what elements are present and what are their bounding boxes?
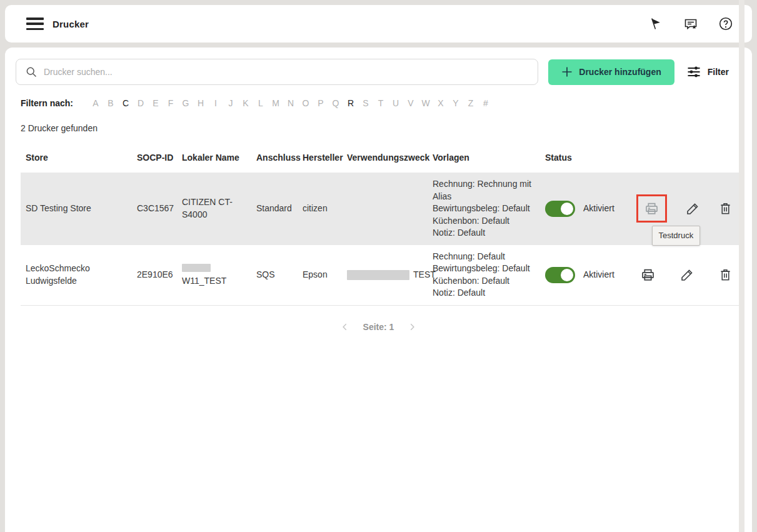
status-toggle[interactable] bbox=[545, 267, 575, 283]
cell-vorlagen: Rechnung: Default Bewirtungsbeleg: Defau… bbox=[428, 245, 538, 305]
letter-filter-j[interactable]: J bbox=[223, 98, 238, 108]
pencil-icon bbox=[679, 268, 694, 283]
trash-icon bbox=[718, 268, 733, 282]
cell-store: LeckoSchmecko Ludwigsfelde bbox=[21, 263, 108, 287]
highlight-box: Testdruck bbox=[636, 194, 667, 223]
edit-button[interactable] bbox=[685, 201, 700, 216]
table-row: LeckoSchmecko Ludwigsfelde 2E910E6 W11_T… bbox=[21, 245, 743, 306]
page-indicator: Seite: 1 bbox=[363, 322, 394, 332]
column-header-verwendungszweck: Verwendungszweck bbox=[342, 153, 428, 163]
cell-status: Aktiviert bbox=[540, 201, 631, 217]
letter-filter-k[interactable]: K bbox=[238, 98, 253, 108]
trash-icon bbox=[718, 201, 733, 216]
cell-actions: Testdruck bbox=[631, 194, 743, 223]
cell-actions bbox=[631, 267, 743, 283]
cell-anschluss: SQS bbox=[251, 269, 298, 281]
result-count: 2 Drucker gefunden bbox=[5, 123, 752, 133]
letter-filter-label: Filtern nach: bbox=[21, 98, 73, 108]
letter-filter-r[interactable]: R bbox=[343, 98, 358, 108]
letter-filter-f[interactable]: F bbox=[163, 98, 178, 108]
toggle-knob bbox=[561, 203, 573, 215]
cell-hersteller: citizen bbox=[298, 203, 342, 215]
redacted-value bbox=[347, 270, 409, 280]
cell-socp-id: 2E910E6 bbox=[132, 269, 177, 281]
letter-filter-v[interactable]: V bbox=[403, 98, 418, 108]
letter-filter-x[interactable]: X bbox=[433, 98, 448, 108]
letter-filter-t[interactable]: T bbox=[373, 98, 388, 108]
cell-status: Aktiviert bbox=[540, 267, 631, 283]
letter-filter-hash[interactable]: # bbox=[478, 98, 493, 108]
scrollbar-track[interactable] bbox=[739, 0, 744, 532]
letter-filter-h[interactable]: H bbox=[193, 98, 208, 108]
letter-filter-o[interactable]: O bbox=[298, 98, 313, 108]
letter-filter-l[interactable]: L bbox=[253, 98, 268, 108]
vorlagen-line: Küchenbon: Default bbox=[433, 215, 538, 228]
feedback-icon[interactable] bbox=[683, 16, 698, 31]
letter-filter-c[interactable]: C bbox=[118, 98, 133, 108]
column-header-lokaler-name: Lokaler Name bbox=[177, 153, 251, 163]
lokaler-name-text: W11_TEST bbox=[182, 275, 251, 288]
filter-sliders-icon bbox=[686, 64, 701, 79]
search-icon bbox=[25, 66, 38, 78]
flag-icon[interactable] bbox=[648, 16, 663, 31]
letter-filter-u[interactable]: U bbox=[388, 98, 403, 108]
vorlagen-line: Bewirtungsbeleg: Default bbox=[433, 263, 538, 275]
letter-filter-e[interactable]: E bbox=[148, 98, 163, 108]
hamburger-menu-icon[interactable] bbox=[26, 18, 44, 30]
letter-filter-q[interactable]: Q bbox=[328, 98, 343, 108]
help-icon[interactable] bbox=[718, 16, 733, 31]
tooltip: Testdruck bbox=[652, 226, 701, 246]
letter-filter-list: ABCDEFGHIJKLMNOPQRSTUVWXYZ# bbox=[88, 98, 493, 108]
vorlagen-line: Notiz: Default bbox=[433, 227, 538, 239]
letter-filter-b[interactable]: B bbox=[103, 98, 118, 108]
letter-filter-a[interactable]: A bbox=[88, 98, 103, 108]
letter-filter-p[interactable]: P bbox=[313, 98, 328, 108]
vorlagen-line: Küchenbon: Default bbox=[433, 275, 538, 288]
letter-filter-row: Filtern nach: ABCDEFGHIJKLMNOPQRSTUVWXYZ… bbox=[5, 98, 752, 108]
redacted-value bbox=[182, 264, 211, 272]
letter-filter-i[interactable]: I bbox=[208, 98, 223, 108]
letter-filter-n[interactable]: N bbox=[283, 98, 298, 108]
delete-button[interactable] bbox=[718, 268, 733, 282]
page-title: Drucker bbox=[53, 19, 89, 29]
column-header-store: Store bbox=[21, 153, 132, 163]
printers-panel: Drucker hinzufügen Filter Filtern nach: … bbox=[5, 48, 752, 532]
pencil-icon bbox=[685, 201, 700, 216]
status-label: Aktiviert bbox=[583, 269, 614, 281]
letter-filter-w[interactable]: W bbox=[418, 98, 433, 108]
chevron-left-icon bbox=[341, 323, 349, 331]
filter-button[interactable]: Filter bbox=[686, 64, 729, 79]
letter-filter-g[interactable]: G bbox=[178, 98, 193, 108]
status-toggle[interactable] bbox=[545, 201, 575, 217]
pagination: Seite: 1 bbox=[5, 322, 752, 332]
column-header-socp-id: SOCP-ID bbox=[132, 153, 177, 163]
vorlagen-line: Rechnung: Rechnung mit Alias bbox=[433, 178, 538, 203]
letter-filter-s[interactable]: S bbox=[358, 98, 373, 108]
letter-filter-z[interactable]: Z bbox=[463, 98, 478, 108]
vorlagen-line: Rechnung: Default bbox=[433, 251, 538, 263]
cell-lokaler-name: CITIZEN CT-S4000 bbox=[177, 196, 251, 221]
edit-button[interactable] bbox=[679, 268, 694, 283]
printers-table: Store SOCP-ID Lokaler Name Anschluss Her… bbox=[21, 142, 743, 306]
letter-filter-d[interactable]: D bbox=[133, 98, 148, 108]
test-print-button[interactable] bbox=[644, 201, 659, 216]
chevron-right-icon bbox=[408, 323, 416, 331]
column-header-status: Status bbox=[540, 153, 631, 163]
column-header-hersteller: Hersteller bbox=[298, 153, 342, 163]
plus-icon bbox=[561, 66, 573, 78]
cell-hersteller: Epson bbox=[298, 269, 342, 281]
cell-vorlagen: Rechnung: Rechnung mit Alias Bewirtungsb… bbox=[428, 173, 538, 245]
test-print-button[interactable] bbox=[640, 267, 656, 283]
column-header-vorlagen: Vorlagen bbox=[428, 153, 540, 163]
previous-page-button[interactable] bbox=[341, 323, 349, 331]
next-page-button[interactable] bbox=[408, 323, 416, 331]
letter-filter-y[interactable]: Y bbox=[448, 98, 463, 108]
cell-store: SD Testing Store bbox=[21, 203, 132, 215]
add-printer-button[interactable]: Drucker hinzufügen bbox=[548, 59, 674, 85]
search-input[interactable] bbox=[44, 67, 529, 77]
letter-filter-m[interactable]: M bbox=[268, 98, 283, 108]
table-row: SD Testing Store C3C1567 CITIZEN CT-S400… bbox=[21, 173, 743, 245]
vorlagen-line: Notiz: Default bbox=[433, 287, 538, 299]
add-printer-label: Drucker hinzufügen bbox=[579, 67, 661, 77]
delete-button[interactable] bbox=[718, 201, 733, 216]
